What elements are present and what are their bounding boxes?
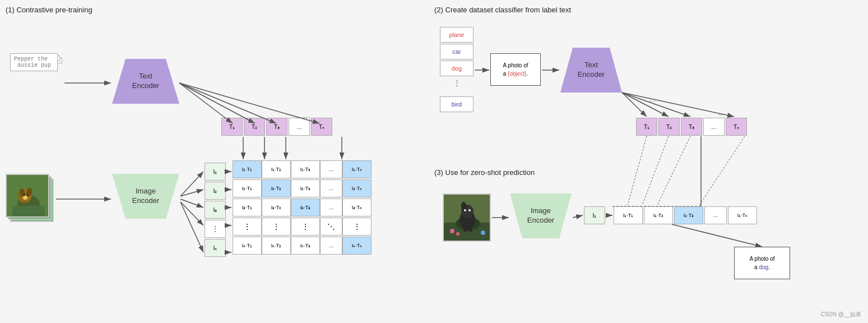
text-encoder-2-label: TextEncoder <box>578 61 605 80</box>
image-encoder-2: ImageEncoder <box>510 193 572 238</box>
token-idots: ⋮ <box>205 220 226 238</box>
token-row-top: T₁ T₂ T₃ … Tₙ <box>221 118 332 136</box>
dog-image-placeholder <box>443 193 491 242</box>
cell-3-0: ⋮ <box>233 218 262 236</box>
s3-score-2: I₁·T₃ <box>674 206 703 224</box>
text-encoder-1-label: TextEncoder <box>132 72 159 91</box>
svg-point-8 <box>26 195 28 196</box>
label-car: car <box>440 44 474 59</box>
token-i2: I₂ <box>205 182 226 200</box>
svg-line-34 <box>180 199 203 207</box>
svg-point-19 <box>468 209 471 211</box>
svg-line-59 <box>628 136 647 205</box>
token-tn: Tₙ <box>311 118 332 136</box>
cell-2-4: I₃·Tₙ <box>342 199 372 216</box>
image-encoder-2-label: ImageEncoder <box>527 206 554 225</box>
cell-3-2: ⋮ <box>291 218 320 236</box>
cell-4-4: Iₙ·Tₙ <box>342 237 372 255</box>
cell-1-3: … <box>320 179 342 197</box>
text-encoder-1: TextEncoder <box>112 59 179 104</box>
svg-point-20 <box>450 229 454 233</box>
token-in: Iₙ <box>205 239 226 257</box>
section-1-label: (1) Contrastive pre-training <box>6 6 92 14</box>
diagram-container: (1) Contrastive pre-training (2) Create … <box>0 0 868 323</box>
svg-rect-9 <box>12 206 45 218</box>
svg-line-36 <box>180 202 203 252</box>
score-row-s3: I₁·T₁ I₁·T₂ I₁·T₃ … I₁·Tₙ <box>614 206 757 224</box>
token-t1: T₁ <box>221 118 243 136</box>
svg-line-60 <box>642 136 669 205</box>
template-box-1: A photo ofa {object}. <box>490 53 541 86</box>
cell-2-0: I₃·T₁ <box>233 199 262 216</box>
image-encoder-1: ImageEncoder <box>112 174 179 219</box>
result-text: A photo ofa dog. <box>749 255 774 271</box>
token-i1: I₁ <box>205 163 226 181</box>
label-dog: dog <box>440 61 474 76</box>
cell-3-4: ⋮ <box>342 218 372 236</box>
image-cards <box>6 174 56 224</box>
template-text-1: A photo ofa {object}. <box>503 61 528 78</box>
s3-score-4: I₁·Tₙ <box>728 206 757 224</box>
token-s3-i1: I₁ <box>584 206 605 224</box>
s3-score-1: I₁·T₂ <box>644 206 673 224</box>
text-encoder-2: TextEncoder <box>560 48 622 93</box>
cell-0-1: I₁·T₂ <box>262 160 291 178</box>
cell-4-0: Iₙ·T₁ <box>233 237 262 255</box>
s3-score-0: I₁·T₁ <box>614 206 643 224</box>
cell-2-3: … <box>320 199 342 216</box>
cell-2-1: I₃·T₂ <box>262 199 291 216</box>
image-thumbnail-main <box>6 174 49 218</box>
cell-1-0: I₂·T₁ <box>233 179 262 197</box>
dog-image-s3 <box>443 193 493 244</box>
svg-line-33 <box>180 190 203 196</box>
text-card-front: Pepper the aussie pup <box>10 53 58 71</box>
token-row-s2: T₁ T₂ T₃ … Tₙ <box>636 118 747 136</box>
svg-line-58 <box>672 224 762 247</box>
cell-0-3: … <box>320 160 342 178</box>
result-box: A photo ofa dog. <box>734 247 790 279</box>
token-s2-t3: T₃ <box>681 118 702 136</box>
svg-line-62 <box>699 136 745 205</box>
token-t3: T₃ <box>266 118 287 136</box>
text-cards: Pepper the aussie pup <box>10 53 63 115</box>
matrix: I₁·T₁ I₁·T₂ I₁·T₃ … I₁·Tₙ I₂·T₁ I₂·T₂ I₂… <box>233 160 372 255</box>
cell-4-2: Iₙ·T₃ <box>291 237 320 255</box>
cell-4-1: Iₙ·T₂ <box>262 237 291 255</box>
token-s2-t1: T₁ <box>636 118 657 136</box>
label-plane: plane <box>440 27 474 43</box>
token-tdots: … <box>289 118 310 136</box>
s2-dots-row: … <box>642 94 663 104</box>
svg-point-7 <box>24 195 25 196</box>
token-i3: I₃ <box>205 201 226 219</box>
cell-2-2: I₃·T₃ <box>291 199 320 216</box>
text-card-content: Pepper the aussie pup <box>14 56 51 68</box>
cell-3-1: ⋮ <box>262 218 291 236</box>
image-token-column: I₁ I₂ I₃ ⋮ Iₙ <box>205 163 226 257</box>
label-list: plane car dog ⋮ bird <box>440 27 474 112</box>
svg-point-18 <box>464 209 466 211</box>
cell-3-3: ⋱ <box>320 218 342 236</box>
svg-rect-17 <box>468 223 472 232</box>
image-encoder-1-label: ImageEncoder <box>132 187 159 206</box>
token-s2-t2: T₂ <box>658 118 680 136</box>
svg-line-61 <box>657 136 690 205</box>
cell-1-1: I₂·T₂ <box>262 179 291 197</box>
svg-text:…: … <box>718 109 725 116</box>
label-dots: ⋮ <box>440 77 474 87</box>
token-s2-tn: Tₙ <box>726 118 747 136</box>
cell-1-2: I₂·T₃ <box>291 179 320 197</box>
section-2-label: (2) Create dataset classifier from label… <box>434 6 571 14</box>
section-3-label: (3) Use for zero-shot prediction <box>434 168 535 177</box>
label-spacer <box>440 89 474 95</box>
s3-score-3: … <box>704 206 727 224</box>
s2-d1: … <box>642 94 663 104</box>
cell-4-3: … <box>320 237 342 255</box>
token-t2: T₂ <box>244 118 265 136</box>
svg-rect-16 <box>463 223 467 232</box>
token-s2-tdots: … <box>703 118 725 136</box>
svg-line-32 <box>180 172 203 196</box>
label-bird: bird <box>440 96 474 112</box>
cell-0-4: I₁·Tₙ <box>342 160 372 178</box>
cell-1-4: I₂·Tₙ <box>342 179 372 197</box>
watermark: CSDN @__如果 <box>821 311 861 319</box>
